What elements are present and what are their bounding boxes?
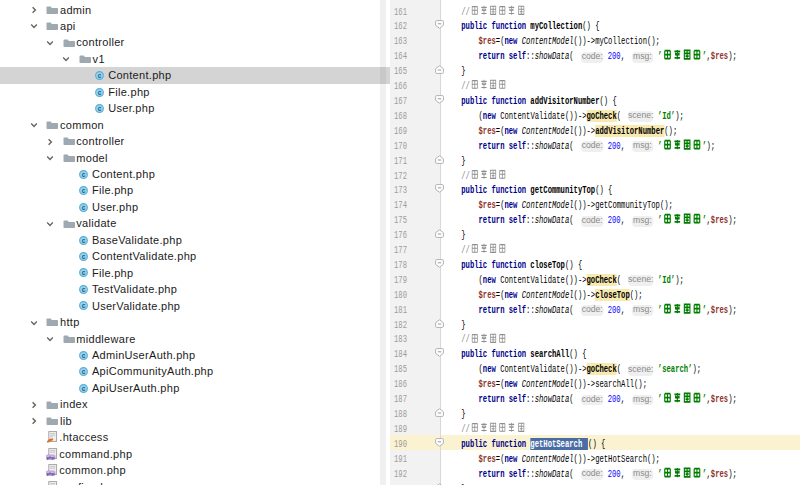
- svg-text:c: c: [82, 204, 86, 211]
- svg-text:c: c: [82, 253, 86, 260]
- svg-text:c: c: [82, 171, 86, 178]
- svg-text:php: php: [47, 454, 55, 459]
- svg-text:c: c: [82, 236, 86, 243]
- svg-text:c: c: [98, 88, 102, 95]
- svg-text:c: c: [98, 105, 102, 112]
- svg-text:c: c: [82, 302, 86, 309]
- svg-text:c: c: [82, 384, 86, 391]
- svg-text:c: c: [98, 72, 102, 79]
- svg-text:c: c: [82, 286, 86, 293]
- svg-text:c: c: [82, 269, 86, 276]
- svg-text:c: c: [82, 187, 86, 194]
- svg-text:c: c: [82, 368, 86, 375]
- svg-text:c: c: [82, 352, 86, 359]
- svg-text:php: php: [47, 471, 55, 476]
